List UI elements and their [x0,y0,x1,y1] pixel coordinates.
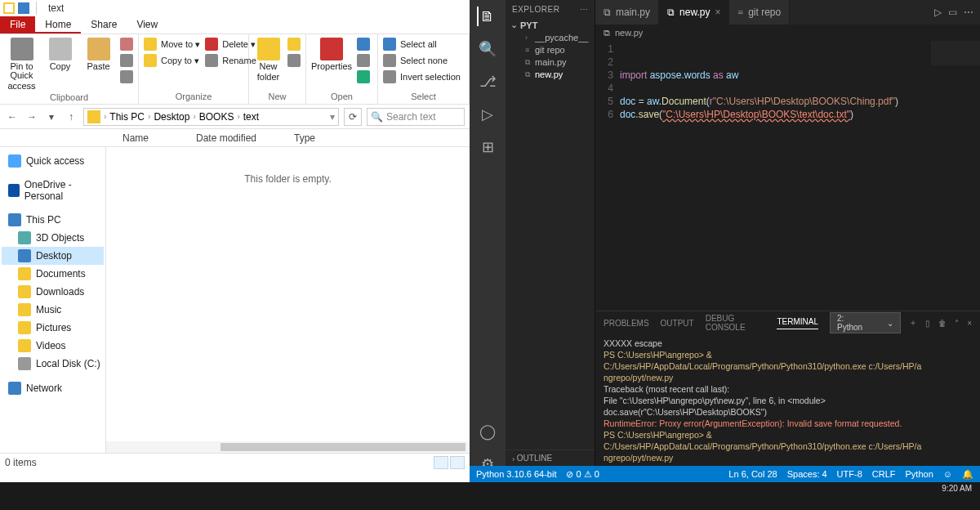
status-encoding[interactable]: UTF-8 [837,469,862,480]
move-to-button[interactable]: Move to ▾ [144,38,200,51]
edit-button[interactable] [357,54,370,67]
column-type[interactable]: Type [294,132,359,144]
search-icon[interactable]: 🔍 [478,39,497,59]
save-icon[interactable] [18,2,29,14]
forward-button[interactable]: → [24,110,39,124]
tree-pycache[interactable]: ›__pycache__ [525,32,590,43]
nav-music[interactable]: Music [2,301,104,319]
sidebar-more-icon[interactable]: ⋯ [580,5,589,14]
split-editor-icon[interactable]: ▭ [948,7,957,18]
cut-button[interactable] [120,38,133,51]
nav-quick-access[interactable]: Quick access [2,152,104,170]
source-control-icon[interactable]: ⎇ [478,72,497,92]
copy-path-button[interactable] [120,54,133,67]
outline-section[interactable]: › OUTLINE [506,450,595,466]
panel-tab-debug[interactable]: DEBUG CONSOLE [706,314,766,332]
group-label-clipboard: Clipboard [0,91,138,105]
history-button[interactable] [357,70,370,83]
new-terminal-icon[interactable]: ＋ [909,317,917,329]
status-feedback-icon[interactable]: ☺ [943,469,952,480]
group-label-new: New [249,90,305,104]
terminal-output[interactable]: XXXXX escape PS C:\Users\HP\angrepo> & C… [595,334,980,482]
nav-onedrive[interactable]: OneDrive - Personal [2,177,104,204]
paste-shortcut-button[interactable] [120,70,133,83]
pin-to-quick-access-button[interactable]: Pin to Quickaccess [5,38,38,91]
nav-downloads[interactable]: Downloads [2,283,104,301]
run-debug-icon[interactable]: ▷ [478,105,497,124]
more-actions-icon[interactable]: ⋯ [964,7,973,18]
select-none-button[interactable]: Select none [383,54,461,67]
status-language[interactable]: Python [906,469,933,480]
clock[interactable]: 9:20 AM [942,484,972,493]
recent-locations-button[interactable]: ▾ [44,110,59,124]
panel-tab-problems[interactable]: PROBLEMS [604,319,649,328]
tab-mainpy[interactable]: ⧉ main.py [595,0,659,25]
status-notifications-icon[interactable]: 🔔 [962,469,973,480]
up-button[interactable]: ↑ [64,110,78,124]
tree-gitrepo[interactable]: ≡git repo [525,44,590,56]
nav-desktop[interactable]: Desktop [2,247,104,265]
run-button[interactable]: ▷ [934,7,942,18]
kill-terminal-icon[interactable]: 🗑 [938,319,947,328]
tab-view[interactable]: View [127,16,167,34]
accounts-icon[interactable]: ◯ [478,422,497,441]
close-panel-icon[interactable]: × [967,319,972,328]
status-problems[interactable]: ⊘ 0 ⚠ 0 [566,469,599,480]
explorer-icon[interactable]: 🗎 [477,7,497,26]
details-view-button[interactable] [434,456,448,469]
open-button[interactable] [357,38,370,51]
status-python-version[interactable]: Python 3.10.6 64-bit [476,469,556,479]
file-list[interactable]: This folder is empty. [106,147,470,453]
easy-access-button[interactable] [287,54,301,67]
new-folder-button[interactable]: Newfolder [254,38,283,82]
address-bar[interactable]: ›This PC ›Desktop ›BOOKS ›text ▾ [83,108,339,126]
nav-network[interactable]: Network [2,379,104,397]
column-date[interactable]: Date modified [196,132,294,144]
close-icon[interactable]: × [715,7,720,18]
quick-access-toolbar: text [0,0,470,16]
panel-tab-terminal[interactable]: TERMINAL [777,317,818,329]
copy-button[interactable]: Copy [43,38,77,71]
horizontal-scrollbar[interactable] [106,441,470,453]
panel-tab-output[interactable]: OUTPUT [661,319,694,328]
status-eol[interactable]: CRLF [872,469,896,480]
tab-gitrepo[interactable]: ≡ git repo [729,0,790,25]
taskbar[interactable]: 9:20 AM [0,482,980,510]
file-explorer-window: text File Home Share View Pin to Quickac… [0,0,470,482]
search-box[interactable]: 🔍Search text [367,108,465,126]
terminal-selector[interactable]: 2: Python⌄ [830,312,901,333]
select-all-button[interactable]: Select all [383,38,461,51]
column-name[interactable]: Name [0,132,196,144]
minimap[interactable] [931,41,980,65]
nav-this-pc[interactable]: This PC [2,211,104,229]
nav-local-disk[interactable]: Local Disk (C:) [2,355,104,373]
column-headers[interactable]: Name Date modified Type [0,129,470,147]
project-root[interactable]: ⌄PYT [510,20,590,30]
nav-pictures[interactable]: Pictures [2,319,104,337]
icons-view-button[interactable] [450,456,465,469]
code-editor[interactable]: 123456 import aspose.words as aw doc = a… [595,41,980,311]
paste-button[interactable]: Paste [82,38,115,71]
extensions-icon[interactable]: ⊞ [478,137,497,157]
tree-mainpy[interactable]: ⧉main.py [525,56,590,68]
nav-videos[interactable]: Videos [2,337,104,355]
maximize-panel-icon[interactable]: ˄ [955,319,959,328]
nav-documents[interactable]: Documents [2,265,104,283]
split-terminal-icon[interactable]: ▯ [925,319,930,328]
tab-share[interactable]: Share [81,16,127,34]
invert-selection-button[interactable]: Invert selection [383,70,461,83]
tab-home[interactable]: Home [35,16,81,34]
properties-button[interactable]: Properties [311,38,352,71]
tab-file[interactable]: File [0,16,35,34]
status-spaces[interactable]: Spaces: 4 [787,469,827,480]
tree-newpy[interactable]: ⧉new.py [525,69,590,80]
code-content[interactable]: import aspose.words as aw doc = aw.Docum… [620,41,980,311]
copy-to-button[interactable]: Copy to ▾ [144,54,200,67]
refresh-button[interactable]: ⟳ [344,108,362,126]
new-item-button[interactable] [287,38,301,51]
breadcrumbs[interactable]: ⧉ new.py [595,25,980,41]
back-button[interactable]: ← [5,110,20,124]
nav-3d-objects[interactable]: 3D Objects [2,229,104,247]
tab-newpy[interactable]: ⧉ new.py× [659,0,729,25]
status-cursor[interactable]: Ln 6, Col 28 [728,469,777,480]
